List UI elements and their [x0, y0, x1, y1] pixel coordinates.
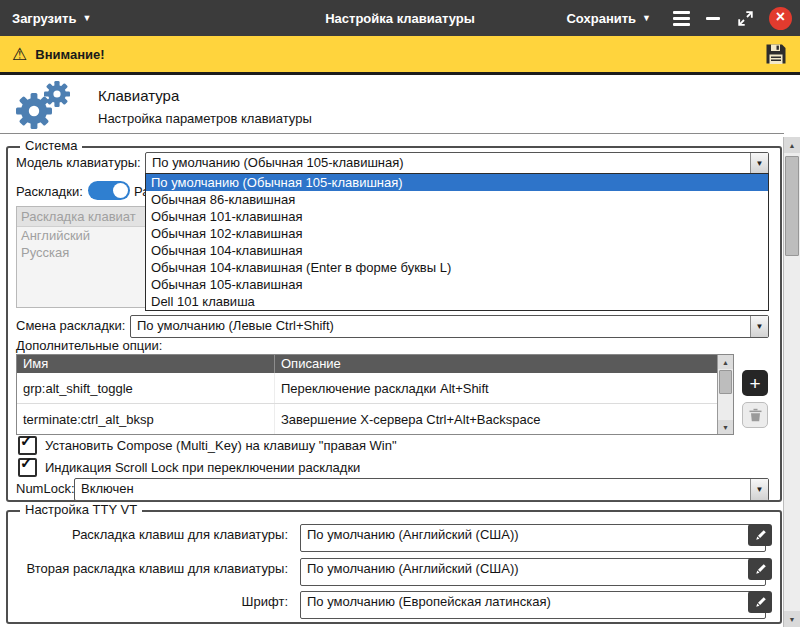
tty-second-layout-label: Вторая раскладка клавиш для клавиатуры:: [16, 561, 288, 576]
minimize-icon: [706, 17, 720, 20]
compose-checkbox-label: Установить Compose (Multi_Key) на клавиш…: [45, 438, 397, 453]
edit-tty-layout-button[interactable]: [748, 524, 772, 546]
extra-options-table: Имя Описание grp:alt_shift_toggle Перекл…: [16, 354, 734, 435]
titlebar: Загрузить ▼ Настройка клавиатуры Сохрани…: [0, 0, 800, 36]
column-header-description: Описание: [275, 355, 733, 373]
save-to-disk-button[interactable]: [764, 42, 788, 66]
page-header: Клавиатура Настройка параметров клавиату…: [8, 80, 312, 132]
system-groupbox: Система Модель клавиатуры: По умолчанию …: [6, 146, 782, 502]
checkbox-checked-icon[interactable]: ✓: [18, 436, 37, 455]
scrollbar-track: [718, 369, 733, 420]
warning-bar: ⚠ Внимание!: [0, 36, 800, 75]
fullscreen-button[interactable]: [731, 4, 759, 32]
close-button[interactable]: ×: [769, 7, 792, 30]
page-title: Клавиатура: [98, 87, 312, 104]
scroll-up-icon[interactable]: ▲: [718, 355, 733, 369]
dropdown-option-selected[interactable]: По умолчанию (Обычная 105-клавишная): [146, 174, 768, 191]
trash-icon: [749, 408, 762, 422]
save-button-label: Сохранить: [566, 11, 636, 26]
table-header-row: Имя Описание: [17, 355, 733, 373]
minimize-button[interactable]: [699, 4, 727, 32]
table-row[interactable]: grp:alt_shift_toggle Переключение раскла…: [17, 373, 733, 404]
dropdown-option[interactable]: Dell 101 клавиша: [146, 293, 768, 310]
numlock-combobox[interactable]: Включен ▼: [74, 478, 769, 501]
scroll-down-icon[interactable]: ▼: [718, 420, 733, 434]
chevron-down-icon: ▼: [642, 14, 651, 23]
scrollbar-thumb[interactable]: [785, 156, 799, 256]
layout-switch-combobox[interactable]: По умолчанию (Левые Ctrl+Shift) ▼: [130, 315, 769, 338]
extra-options-label: Дополнительные опции:: [16, 338, 162, 353]
column-header-name: Имя: [17, 355, 275, 373]
keyboard-model-value: По умолчанию (Обычная 105-клавишная): [146, 153, 750, 174]
scroll-down-icon[interactable]: ▼: [784, 611, 800, 627]
warning-icon: ⚠: [12, 44, 27, 65]
tty-layout-label: Раскладка клавиш для клавиатуры:: [16, 527, 288, 542]
dropdown-option[interactable]: Обычная 105-клавишная: [146, 276, 768, 293]
tty-layout-row: Раскладка клавиш для клавиатуры: По умол…: [16, 524, 772, 546]
tty-font-label: Шрифт:: [16, 594, 288, 609]
toggle-knob: [113, 183, 128, 198]
pencil-icon: [754, 596, 767, 609]
combobox-arrow-icon[interactable]: ▼: [750, 316, 768, 337]
gears-icon: [8, 80, 74, 132]
scrollbar-thumb[interactable]: [719, 370, 732, 394]
chevron-down-icon: ▼: [82, 14, 91, 23]
tty-font-field[interactable]: По умолчанию (Европейская латинская): [300, 591, 766, 619]
delete-option-button[interactable]: [742, 402, 768, 428]
checkbox-checked-icon[interactable]: ✓: [18, 458, 37, 477]
pencil-icon: [754, 529, 767, 542]
dropdown-option[interactable]: Обычная 104-клавишная (Enter в форме бук…: [146, 259, 768, 276]
dropdown-option[interactable]: Обычная 101-клавишная: [146, 208, 768, 225]
close-icon: ×: [776, 8, 785, 26]
list-item[interactable]: Английский: [17, 227, 147, 244]
keyboard-model-dropdown-list: По умолчанию (Обычная 105-клавишная) Обы…: [145, 173, 769, 311]
option-name: grp:alt_shift_toggle: [17, 373, 275, 403]
dropdown-option[interactable]: Обычная 102-клавишная: [146, 225, 768, 242]
save-button[interactable]: Сохранить ▼: [554, 0, 663, 36]
table-scrollbar: ▲ ▼: [717, 355, 733, 434]
tty-font-row: Шрифт: По умолчанию (Европейская латинск…: [16, 591, 772, 613]
titlebar-actions: Сохранить ▼ ×: [554, 0, 800, 36]
combobox-arrow-icon[interactable]: ▼: [750, 479, 768, 500]
numlock-value: Включен: [75, 479, 750, 500]
system-group-legend: Система: [20, 138, 82, 153]
list-item[interactable]: Русская: [17, 244, 147, 261]
dropdown-option[interactable]: Обычная 86-клавишная: [146, 191, 768, 208]
table-row[interactable]: terminate:ctrl_alt_bksp Завершение X-сер…: [17, 404, 733, 435]
expand-icon: [738, 11, 753, 26]
layouts-listbox: Раскладка клавиат Английский Русская: [16, 206, 148, 308]
tty-group-legend: Настройка TTY VT: [20, 502, 142, 517]
menu-button[interactable]: [667, 4, 695, 32]
add-option-button[interactable]: +: [742, 370, 768, 396]
layouts-label: Раскладки:: [16, 184, 83, 199]
option-description: Завершение X-сервера Ctrl+Alt+Backspace: [275, 412, 733, 427]
keyboard-model-combobox[interactable]: По умолчанию (Обычная 105-клавишная) ▼: [145, 152, 769, 175]
scrollbar-track: [784, 153, 800, 611]
keyboard-settings-window: Загрузить ▼ Настройка клавиатуры Сохрани…: [0, 0, 800, 627]
compose-checkbox-row[interactable]: ✓ Установить Compose (Multi_Key) на клав…: [18, 436, 397, 455]
edit-tty-second-layout-button[interactable]: [748, 558, 772, 580]
load-button[interactable]: Загрузить ▼: [0, 0, 103, 36]
option-name: terminate:ctrl_alt_bksp: [17, 404, 275, 434]
keyboard-model-label: Модель клавиатуры:: [16, 155, 141, 170]
layouts-list-header: Раскладка клавиат: [17, 207, 147, 227]
layouts-clipped-text: Ра: [134, 184, 145, 199]
tty-second-layout-field[interactable]: По умолчанию (Английский (США)): [300, 558, 766, 586]
layout-switch-value: По умолчанию (Левые Ctrl+Shift): [131, 316, 750, 337]
layout-switch-label: Смена раскладки:: [16, 318, 125, 333]
dropdown-option[interactable]: Обычная 104-клавишная: [146, 242, 768, 259]
tty-layout-field[interactable]: По умолчанию (Английский (США)): [300, 524, 766, 552]
floppy-disk-icon: [764, 42, 788, 66]
tty-second-layout-row: Вторая раскладка клавиш для клавиатуры: …: [16, 558, 772, 580]
window-title: Настройка клавиатуры: [325, 11, 475, 26]
header-divider: [0, 133, 784, 134]
warning-text: Внимание!: [35, 47, 104, 62]
scrolllock-checkbox-row[interactable]: ✓ Индикация Scroll Lock при переключении…: [18, 458, 360, 477]
edit-tty-font-button[interactable]: [748, 591, 772, 613]
layouts-toggle[interactable]: [88, 181, 130, 200]
combobox-arrow-icon[interactable]: ▼: [750, 153, 768, 174]
option-description: Переключение раскладки Alt+Shift: [275, 381, 733, 396]
pencil-icon: [754, 563, 767, 576]
page-subtitle: Настройка параметров клавиатуры: [98, 111, 312, 126]
scroll-up-icon[interactable]: ▲: [784, 137, 800, 153]
